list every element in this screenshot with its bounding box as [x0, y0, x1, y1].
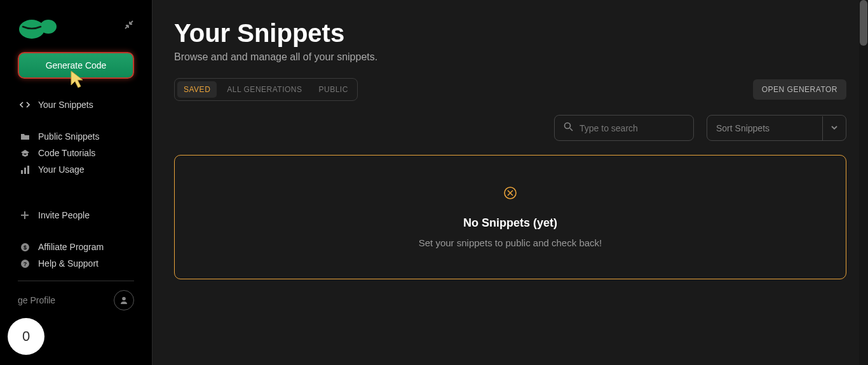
help-icon: ? — [19, 258, 31, 269]
code-icon — [19, 99, 31, 110]
badge-count: 0 — [22, 328, 30, 345]
sidebar-item-your-usage[interactable]: Your Usage — [8, 161, 144, 178]
tab-saved[interactable]: SAVED — [177, 81, 217, 98]
logo — [18, 13, 57, 39]
sidebar-item-code-tutorials[interactable]: Code Tutorials — [8, 145, 144, 161]
plus-icon — [19, 209, 31, 221]
sidebar-item-affiliate[interactable]: $ Affiliate Program — [8, 239, 144, 255]
sidebar-item-label: Public Snippets — [38, 131, 100, 142]
tab-all-generations[interactable]: ALL GENERATIONS — [220, 81, 308, 98]
sidebar-item-public-snippets[interactable]: Public Snippets — [8, 128, 144, 145]
sidebar-item-your-snippets[interactable]: Your Snippets — [8, 94, 144, 116]
generate-button-wrapper: Generate Code — [0, 52, 152, 79]
search-icon — [564, 122, 573, 134]
search-box[interactable] — [554, 115, 694, 141]
sidebar-item-help[interactable]: ? Help & Support — [8, 255, 144, 272]
svg-point-1 — [40, 20, 57, 34]
sort-select[interactable]: Sort Snippets — [707, 115, 846, 141]
empty-title: No Snippets (yet) — [187, 216, 833, 230]
sidebar-item-label: Affiliate Program — [38, 242, 104, 252]
sidebar-item-label: Your Snippets — [38, 100, 93, 110]
tab-public[interactable]: PUBLIC — [313, 81, 355, 98]
sidebar-item-invite[interactable]: Invite People — [8, 204, 144, 226]
svg-rect-3 — [24, 168, 26, 174]
sidebar-footer: ge Profile — [0, 272, 152, 310]
main-content: Your Snippets Browse and and manage all … — [153, 0, 868, 365]
empty-text: Set your snippets to public and check ba… — [187, 237, 833, 248]
controls-row: Sort Snippets — [174, 115, 846, 141]
chevron-down-icon — [822, 116, 846, 140]
nav-footer-links: $ Affiliate Program ? Help & Support — [0, 239, 152, 272]
sidebar-item-label: Invite People — [38, 210, 90, 220]
folder-icon — [19, 131, 31, 142]
sort-label: Sort Snippets — [707, 117, 822, 140]
sidebar-item-label: Code Tutorials — [38, 148, 95, 158]
open-generator-button[interactable]: OPEN GENERATOR — [753, 79, 846, 100]
sidebar-item-label: Your Usage — [38, 164, 85, 175]
svg-point-10 — [565, 123, 571, 129]
nav-primary: Your Snippets — [0, 94, 152, 116]
tabs-row: SAVED ALL GENERATIONS PUBLIC OPEN GENERA… — [174, 78, 846, 101]
tabs: SAVED ALL GENERATIONS PUBLIC — [174, 78, 358, 101]
profile-label: ge Profile — [18, 295, 55, 305]
profile-row[interactable]: ge Profile — [18, 290, 134, 310]
svg-text:?: ? — [23, 261, 27, 267]
page-title: Your Snippets — [174, 19, 846, 48]
empty-icon — [187, 186, 833, 202]
nav-invite: Invite People — [0, 204, 152, 226]
dollar-icon: $ — [19, 241, 31, 253]
empty-state: No Snippets (yet) Set your snippets to p… — [174, 155, 846, 279]
notification-badge[interactable]: 0 — [8, 318, 44, 355]
search-input[interactable] — [580, 123, 684, 133]
scrollbar[interactable] — [859, 0, 868, 365]
sidebar: Generate Code Your Snippets Public Snipp… — [0, 0, 153, 365]
svg-rect-2 — [21, 170, 23, 174]
svg-point-9 — [122, 297, 126, 301]
nav-secondary: Public Snippets Code Tutorials Your Usag… — [0, 128, 152, 178]
avatar[interactable] — [114, 290, 134, 310]
chart-icon — [19, 164, 31, 175]
scrollbar-thumb[interactable] — [860, 0, 867, 46]
sidebar-header — [0, 13, 152, 52]
page-subtitle: Browse and and manage all of your snippe… — [174, 51, 846, 63]
generate-code-button[interactable]: Generate Code — [18, 52, 134, 79]
graduation-icon — [19, 147, 31, 159]
svg-text:$: $ — [23, 244, 26, 251]
svg-rect-4 — [27, 166, 29, 174]
collapse-icon[interactable] — [124, 20, 134, 33]
sidebar-item-label: Help & Support — [38, 258, 98, 269]
